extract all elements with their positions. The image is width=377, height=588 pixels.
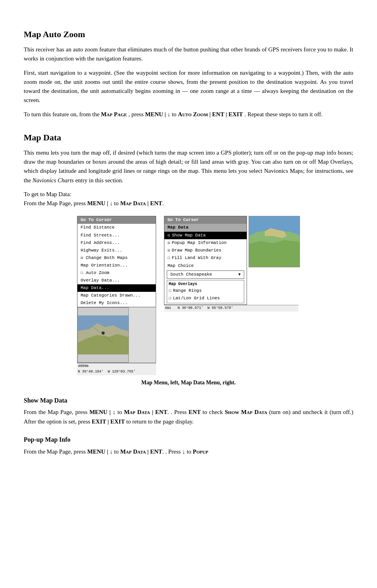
- lat-lon-grid-checkbox[interactable]: ☐ Lat/Lon Grid Lines: [169, 295, 242, 302]
- map-choice-dropdown[interactable]: South Chesapeake ▼: [167, 270, 244, 279]
- range-rings-checkbox[interactable]: ☐ Range Rings: [169, 287, 242, 295]
- right-menu-container: Go To Cursor Map Data ☒ Show Map Data ☒ …: [164, 216, 300, 375]
- left-menu-header: Go To Cursor: [77, 216, 156, 224]
- right-menu-box: Go To Cursor Map Data ☒ Show Map Data ☒ …: [164, 216, 247, 305]
- left-menu-container: Go To Cursor Find Distance Find Streets.…: [77, 216, 156, 375]
- left-menu-item[interactable]: Find Address...: [77, 239, 156, 247]
- left-map-status: 4000m N 35°40.194' W 120°03.755': [77, 363, 156, 375]
- map-auto-zoom-para2: First, start navigation to a waypoint. (…: [24, 68, 353, 105]
- svg-marker-7: [249, 240, 300, 267]
- left-menu-item[interactable]: Find Distance: [77, 224, 156, 231]
- right-map-panel-container: [249, 216, 300, 305]
- left-menu-item[interactable]: Overlay Data...: [77, 277, 156, 284]
- left-map-panel: [77, 307, 129, 363]
- right-menu-header-mapdata: Map Data: [164, 224, 247, 231]
- popup-map-info-checkbox[interactable]: ☒ Popup Map Information: [164, 239, 247, 247]
- map-overlays-label: Map Overlays: [169, 281, 242, 287]
- left-menu-box: Go To Cursor Find Distance Find Streets.…: [77, 216, 156, 307]
- popup-map-info-para: From the Map Page, press MENU | ↓ to Map…: [24, 447, 353, 456]
- right-menu-wrapper: Go To Cursor Map Data ☒ Show Map Data ☒ …: [164, 216, 300, 305]
- left-menu-item-auto-zoom[interactable]: ☐ Auto Zoom: [77, 269, 156, 277]
- right-menu-header-goto: Go To Cursor: [164, 216, 247, 224]
- map-data-para: This menu lets you turn the map off, if …: [24, 148, 353, 185]
- map-auto-zoom-heading: Map Auto Zoom: [24, 28, 353, 41]
- map-auto-zoom-para1: This receiver has an auto zoom feature t…: [24, 45, 353, 64]
- left-menu-item-map-data[interactable]: Map Data...: [77, 284, 156, 292]
- popup-map-info-heading: Pop-up Map Info: [24, 435, 353, 445]
- show-map-data-para: From the Map Page, press MENU | ↓ to Map…: [24, 408, 353, 426]
- navionics-italic: Navionics Charts: [32, 177, 74, 183]
- left-menu-item[interactable]: Find Streets...: [77, 232, 156, 239]
- show-map-data-heading: Show Map Data: [24, 396, 353, 406]
- draw-map-boundaries-checkbox[interactable]: ☒ Draw Map Boundaries: [164, 247, 247, 254]
- left-menu-item[interactable]: Map Categories Drawn...: [77, 292, 156, 299]
- map-data-nav-instruction: To get to Map Data: From the Map Page, p…: [24, 190, 353, 208]
- menu-caption: Map Menu, left, Map Data Menu, right.: [24, 378, 353, 387]
- left-menu-item-change-both-maps[interactable]: ☒ Change Both Maps: [77, 254, 156, 262]
- map-auto-zoom-instruction: To turn this feature on, from the Map Pa…: [24, 110, 353, 119]
- menu-images-container: Go To Cursor Find Distance Find Streets.…: [24, 216, 353, 375]
- right-map-panel: [249, 216, 300, 267]
- map-choice-label: Map Choice: [164, 262, 247, 270]
- fill-land-gray-checkbox[interactable]: ☐ Fill Land With Gray: [164, 254, 247, 262]
- left-menu-item[interactable]: Map Orientation...: [77, 262, 156, 269]
- map-overlays-section: Map Overlays ☐ Range Rings ☐ Lat/Lon Gri…: [167, 280, 244, 304]
- show-map-data-checkbox[interactable]: ☒ Show Map Data: [164, 232, 247, 239]
- left-menu-item[interactable]: Delete My Icons...: [77, 299, 156, 307]
- left-menu-item[interactable]: Highway Exits...: [77, 247, 156, 254]
- right-map-status: 4mi N 36°00.971' W 95°50.579': [164, 305, 298, 312]
- map-data-heading: Map Data: [24, 131, 353, 144]
